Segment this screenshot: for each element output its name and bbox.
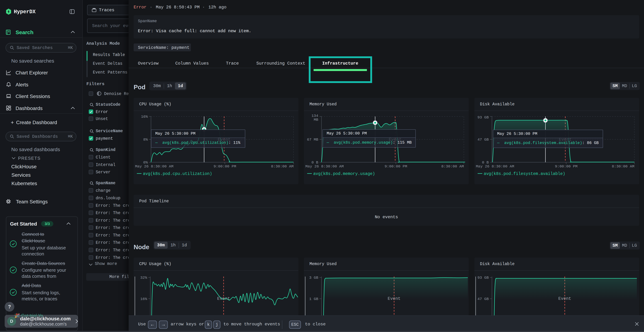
svg-text:67 MB: 67 MB: [307, 138, 318, 142]
svg-text:9:00:00 PM: 9:00:00 PM: [555, 164, 578, 168]
svg-text:0 B: 0 B: [482, 160, 489, 164]
svg-text:16%: 16%: [141, 115, 148, 119]
svg-text:9:00:00 PM: 9:00:00 PM: [384, 164, 407, 168]
svg-text:8%: 8%: [143, 138, 148, 142]
svg-text:16%: 16%: [140, 297, 147, 301]
svg-text:1 GB: 1 GB: [309, 297, 318, 301]
svg-text:9:00:00 PM: 9:00:00 PM: [214, 164, 236, 168]
svg-text:avg(k8s.pod.memory.usage): avg(k8s.pod.memory.usage): [313, 172, 375, 176]
svg-text:8:30:00 AM: 8:30:00 AM: [271, 164, 294, 168]
svg-text:avg(k8s.pod.filesystem.availab: avg(k8s.pod.filesystem.available): [484, 172, 565, 176]
svg-text:93 GB: 93 GB: [478, 116, 489, 120]
svg-text:32%: 32%: [140, 276, 147, 280]
svg-text:93 GB: 93 GB: [478, 276, 489, 280]
svg-text:47 GB: 47 GB: [478, 297, 489, 301]
svg-text:May 26 8:30:00 AM: May 26 8:30:00 AM: [135, 164, 173, 168]
svg-text:134: 134: [312, 114, 318, 118]
svg-text:MB: MB: [314, 118, 318, 122]
svg-text:May 26 8:30:00 AM: May 26 8:30:00 AM: [305, 164, 344, 168]
svg-text:May 26 8:30:00 AM: May 26 8:30:00 AM: [476, 164, 514, 168]
svg-text:3 GB: 3 GB: [309, 276, 318, 280]
svg-text:8:30:00 AM: 8:30:00 AM: [441, 164, 464, 168]
svg-text:avg(k8s.pod.cpu.utilization): avg(k8s.pod.cpu.utilization): [143, 172, 212, 176]
svg-text:Event: Event: [217, 296, 230, 301]
svg-text:47 GB: 47 GB: [478, 138, 489, 142]
svg-text:0 B: 0 B: [312, 160, 318, 164]
svg-text:8:30:00 AM: 8:30:00 AM: [612, 164, 634, 168]
svg-text:0%: 0%: [143, 160, 148, 164]
